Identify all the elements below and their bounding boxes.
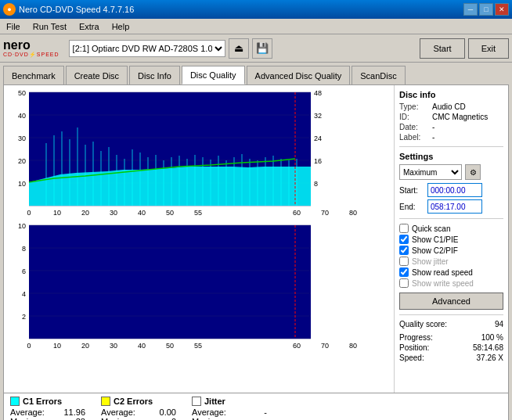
svg-text:50: 50 xyxy=(166,342,174,350)
menu-run-test[interactable]: Run Test xyxy=(30,21,70,32)
jitter-max-value: - xyxy=(236,417,267,420)
show-c2pif-checkbox[interactable] xyxy=(399,246,409,255)
titlebar: ● Nero CD-DVD Speed 4.7.7.16 ─ □ ✕ xyxy=(0,0,512,19)
progress-section: Progress: 100 % Position: 58:14.68 Speed… xyxy=(399,333,503,362)
c1-legend-header: C1 Errors xyxy=(10,397,85,406)
menu-file[interactable]: File xyxy=(3,21,23,32)
start-time-label: Start: xyxy=(399,186,424,195)
menu-help[interactable]: Help xyxy=(109,21,133,32)
tab-disc-quality[interactable]: Disc Quality xyxy=(182,66,245,84)
tab-scan-disc[interactable]: ScanDisc xyxy=(352,66,405,84)
save-icon[interactable]: 💾 xyxy=(252,38,272,59)
progress-value: 100 % xyxy=(481,333,503,342)
c1-avg-row: Average: 11.96 xyxy=(10,407,85,417)
show-write-speed-label: Show write speed xyxy=(412,279,474,288)
svg-text:10: 10 xyxy=(53,342,61,350)
jitter-max-row: Maximum: - xyxy=(192,417,267,420)
quick-scan-row: Quick scan xyxy=(399,224,503,233)
tab-advanced-disc-quality[interactable]: Advanced Disc Quality xyxy=(247,66,351,84)
quick-scan-label: Quick scan xyxy=(412,224,450,233)
c2-legend-header: C2 Errors xyxy=(101,397,176,406)
position-label: Position: xyxy=(399,343,429,352)
maximize-button[interactable]: □ xyxy=(479,3,493,16)
chart-area: 50 40 30 20 10 48 32 24 16 8 xyxy=(4,85,395,393)
exit-button[interactable]: Exit xyxy=(468,38,509,59)
start-time-input[interactable] xyxy=(427,183,482,197)
end-time-row: End: xyxy=(399,199,503,214)
menubar: File Run Test Extra Help xyxy=(0,19,512,34)
show-c1pie-label: Show C1/PIE xyxy=(412,235,458,244)
disc-id-label: ID: xyxy=(399,113,432,121)
show-read-speed-checkbox[interactable] xyxy=(399,267,409,277)
refresh-icon[interactable]: ⏏ xyxy=(229,38,249,59)
show-write-speed-checkbox[interactable] xyxy=(399,278,409,288)
c2-avg-row: Average: 0.00 xyxy=(101,407,176,417)
progress-row: Progress: 100 % xyxy=(399,333,503,342)
c1-legend: C1 Errors Average: 11.96 Maximum: 38 Tot… xyxy=(10,397,85,420)
disc-id-value: CMC Magnetics xyxy=(432,113,488,121)
minimize-button[interactable]: ─ xyxy=(463,3,478,16)
c1-legend-title: C1 Errors xyxy=(23,397,62,406)
disc-type-row: Type: Audio CD xyxy=(399,102,503,111)
c1-color-box xyxy=(10,397,20,406)
svg-text:16: 16 xyxy=(314,157,322,165)
divider-1 xyxy=(399,146,503,147)
window-title: Nero CD-DVD Speed 4.7.7.16 xyxy=(19,5,134,14)
c1-max-label: Maximum: xyxy=(10,417,51,420)
advanced-button[interactable]: Advanced xyxy=(399,293,503,310)
jitter-avg-value: - xyxy=(236,407,267,417)
start-button[interactable]: Start xyxy=(420,38,464,59)
settings-icon[interactable]: ⚙ xyxy=(465,164,481,180)
jitter-avg-row: Average: - xyxy=(192,407,267,417)
show-jitter-label: Show jitter xyxy=(412,257,449,266)
quick-scan-checkbox[interactable] xyxy=(399,224,409,233)
svg-text:20: 20 xyxy=(18,157,26,165)
speed-row-2: Speed: 37.26 X xyxy=(399,354,503,362)
c2-max-label: Maximum: xyxy=(101,417,142,420)
position-row: Position: 58:14.68 xyxy=(399,343,503,352)
show-read-speed-label: Show read speed xyxy=(412,268,473,277)
disc-date-label: Date: xyxy=(399,123,432,131)
svg-text:70: 70 xyxy=(321,209,329,217)
svg-text:80: 80 xyxy=(349,342,357,350)
c2-legend-title: C2 Errors xyxy=(114,397,153,406)
svg-text:55: 55 xyxy=(194,342,202,350)
svg-text:48: 48 xyxy=(314,89,322,97)
svg-text:8: 8 xyxy=(22,245,26,253)
svg-text:2: 2 xyxy=(22,313,26,321)
c2-color-box xyxy=(101,397,110,406)
close-button[interactable]: ✕ xyxy=(495,3,509,16)
quality-score-label: Quality score: xyxy=(399,320,447,328)
svg-text:10: 10 xyxy=(18,222,26,230)
show-c2pif-label: Show C2/PIF xyxy=(412,246,458,255)
c2-max-value: 0 xyxy=(145,417,176,420)
svg-text:10: 10 xyxy=(18,180,26,188)
tab-bar: Benchmark Create Disc Disc Info Disc Qua… xyxy=(0,63,512,84)
tab-create-disc[interactable]: Create Disc xyxy=(66,66,128,84)
speed-row: Maximum ⚙ xyxy=(399,164,503,180)
svg-text:40: 40 xyxy=(138,342,146,350)
drive-selector[interactable]: [2:1] Optiarc DVD RW AD-7280S 1.01 xyxy=(69,40,225,57)
disc-type-label: Type: xyxy=(399,102,432,111)
speed-label: Speed: xyxy=(399,354,424,362)
tab-benchmark[interactable]: Benchmark xyxy=(3,66,64,84)
show-jitter-checkbox[interactable] xyxy=(399,257,409,266)
divider-3 xyxy=(399,314,503,315)
right-panel: Disc info Type: Audio CD ID: CMC Magneti… xyxy=(395,85,508,393)
c1-avg-label: Average: xyxy=(10,407,51,417)
show-c1pie-checkbox[interactable] xyxy=(399,235,409,244)
show-read-speed-row: Show read speed xyxy=(399,267,503,277)
end-time-label: End: xyxy=(399,203,424,211)
tab-disc-info[interactable]: Disc Info xyxy=(129,66,180,84)
disc-type-value: Audio CD xyxy=(432,102,466,111)
end-time-input[interactable] xyxy=(427,199,482,214)
svg-text:0: 0 xyxy=(27,209,31,217)
jitter-legend: Jitter Average: - Maximum: - xyxy=(192,397,267,420)
svg-text:50: 50 xyxy=(18,89,26,97)
nero-logo: nero CD·DVD⚡SPEED xyxy=(3,39,59,57)
disc-info-title: Disc info xyxy=(399,90,503,99)
menu-extra[interactable]: Extra xyxy=(76,21,103,32)
show-write-speed-row: Show write speed xyxy=(399,278,503,288)
svg-text:60: 60 xyxy=(293,209,301,217)
speed-selector[interactable]: Maximum xyxy=(399,164,462,180)
